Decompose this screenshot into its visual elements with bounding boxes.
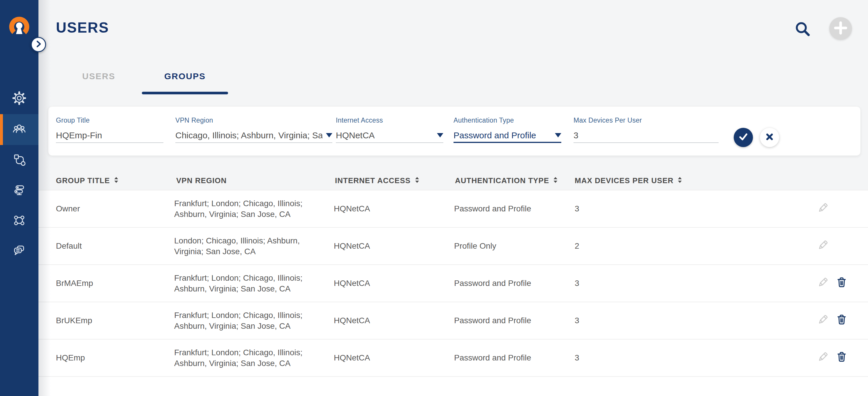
edit-button[interactable] <box>815 228 831 264</box>
plus-icon <box>829 16 852 40</box>
cell-internet-access: HQNetCA <box>334 339 370 376</box>
column-header-authentication-type[interactable]: AUTHENTICATION TYPE <box>455 175 558 186</box>
field-underline <box>574 142 719 143</box>
sidebar-item-logs[interactable] <box>0 236 38 267</box>
field-underline <box>175 142 332 143</box>
sort-icon[interactable] <box>114 175 119 186</box>
sidebar-shadow <box>38 0 51 396</box>
sidebar-item-network[interactable] <box>0 175 38 206</box>
group-title-field[interactable]: Group Title <box>56 117 163 143</box>
cell-internet-access: HQNetCA <box>334 191 370 227</box>
gear-icon <box>12 91 26 106</box>
pencil-icon <box>816 238 830 254</box>
add-group-button[interactable] <box>829 17 852 40</box>
cell-max-devices: 3 <box>575 265 579 302</box>
delete-button[interactable] <box>834 265 849 302</box>
delete-button[interactable] <box>834 302 849 339</box>
dropdown-caret-icon <box>555 133 561 137</box>
sidebar-collapse-button[interactable] <box>31 37 46 52</box>
node-rectangle-icon <box>12 214 26 229</box>
vpn-region-label: VPN Region <box>175 117 332 124</box>
page-title: USERS <box>56 19 109 36</box>
vpn-region-field[interactable]: VPN Region Chicago, Illinois; Ashburn, V… <box>175 117 332 143</box>
sidebar <box>0 0 38 396</box>
cell-authentication-type: Password and Profile <box>454 339 531 376</box>
field-underline <box>56 142 163 143</box>
column-header-group-title[interactable]: GROUP TITLE <box>56 175 119 186</box>
tab-groups[interactable]: GROUPS <box>142 69 228 84</box>
max-devices-input[interactable] <box>574 129 719 142</box>
dropdown-caret-icon <box>437 133 443 137</box>
chevron-right-icon <box>34 40 43 50</box>
close-icon <box>764 131 775 144</box>
table-body: Owner Frankfurt; London; Chicago, Illino… <box>38 190 868 396</box>
authentication-type-label: Authentication Type <box>454 117 561 124</box>
sidebar-item-topology[interactable] <box>0 206 38 237</box>
pencil-icon <box>816 350 830 366</box>
sidebar-item-users[interactable] <box>0 114 38 145</box>
cell-group-title: HQEmp <box>56 339 85 376</box>
table-row: BrUKEmp Frankfurt; London; Chicago, Illi… <box>38 302 868 339</box>
sort-icon[interactable] <box>553 175 558 186</box>
cell-max-devices: 3 <box>575 302 579 339</box>
column-header-max-devices[interactable]: MAX DEVICES PER USER <box>575 175 682 186</box>
cell-max-devices: 3 <box>575 191 579 227</box>
cell-authentication-type: Password and Profile <box>454 265 531 302</box>
active-item-indicator <box>0 114 3 145</box>
trash-icon <box>835 276 848 291</box>
cell-vpn-region: London; Chicago, Illinois; Ashburn, Virg… <box>174 228 343 264</box>
edit-button[interactable] <box>815 302 831 339</box>
table-row: BrMAEmp Frankfurt; London; Chicago, Illi… <box>38 265 868 302</box>
search-button[interactable] <box>794 21 811 38</box>
sidebar-item-hosts[interactable] <box>0 145 38 175</box>
column-header-vpn-region: VPN REGION <box>176 175 227 186</box>
openvpn-logo-icon <box>7 16 31 41</box>
cell-vpn-region: Frankfurt; London; Chicago, Illinois; As… <box>174 191 343 227</box>
cell-group-title: Owner <box>56 191 80 227</box>
authentication-type-field[interactable]: Authentication Type Password and Profile <box>454 117 561 143</box>
cell-internet-access: HQNetCA <box>334 302 370 339</box>
tab-users[interactable]: USERS <box>56 69 142 84</box>
max-devices-label: Max Devices Per User <box>574 117 719 124</box>
internet-access-field[interactable]: Internet Access HQNetCA <box>336 117 443 143</box>
field-underline <box>336 142 443 143</box>
field-underline <box>454 142 561 143</box>
sort-icon[interactable] <box>678 175 682 186</box>
max-devices-field[interactable]: Max Devices Per User <box>574 117 719 143</box>
table-row: Default London; Chicago, Illinois; Ashbu… <box>38 228 868 265</box>
dropdown-caret-icon <box>326 133 332 137</box>
cell-group-title: Default <box>56 228 82 264</box>
delete-button[interactable] <box>834 339 849 376</box>
active-tab-indicator <box>142 92 228 94</box>
sidebar-item-settings[interactable] <box>0 83 38 114</box>
cell-group-title: BrMAEmp <box>56 265 93 302</box>
sort-icon[interactable] <box>415 175 420 186</box>
edit-button[interactable] <box>815 339 831 376</box>
users-group-icon <box>12 122 26 137</box>
cell-max-devices: 3 <box>575 339 579 376</box>
internet-access-label: Internet Access <box>336 117 443 124</box>
cell-vpn-region: Frankfurt; London; Chicago, Illinois; As… <box>174 302 343 339</box>
edit-button[interactable] <box>815 265 831 302</box>
cell-internet-access: HQNetCA <box>334 265 370 302</box>
pencil-icon <box>816 276 830 291</box>
trash-icon <box>835 350 848 366</box>
cancel-button[interactable] <box>760 128 779 147</box>
trash-icon <box>835 313 848 328</box>
edit-button[interactable] <box>815 191 831 227</box>
openvpn-admin-page: USERS USERS GROUPS Group Title VPN Regio… <box>0 0 868 396</box>
cell-vpn-region: Frankfurt; London; Chicago, Illinois; As… <box>174 339 343 376</box>
vpn-region-value: Chicago, Illinois; Ashburn, Virginia; Sa <box>175 129 332 142</box>
group-title-input[interactable] <box>56 129 163 142</box>
table-row: Owner Frankfurt; London; Chicago, Illino… <box>38 191 868 228</box>
cell-max-devices: 2 <box>575 228 579 264</box>
column-header-internet-access[interactable]: INTERNET ACCESS <box>335 175 420 186</box>
chat-bubbles-icon <box>12 244 26 259</box>
server-stack-icon <box>12 183 26 198</box>
confirm-button[interactable] <box>734 128 753 147</box>
cell-authentication-type: Profile Only <box>454 228 496 264</box>
cell-group-title: BrUKEmp <box>56 302 92 339</box>
cell-authentication-type: Password and Profile <box>454 302 531 339</box>
pencil-icon <box>816 313 830 328</box>
cell-internet-access: HQNetCA <box>334 228 370 264</box>
